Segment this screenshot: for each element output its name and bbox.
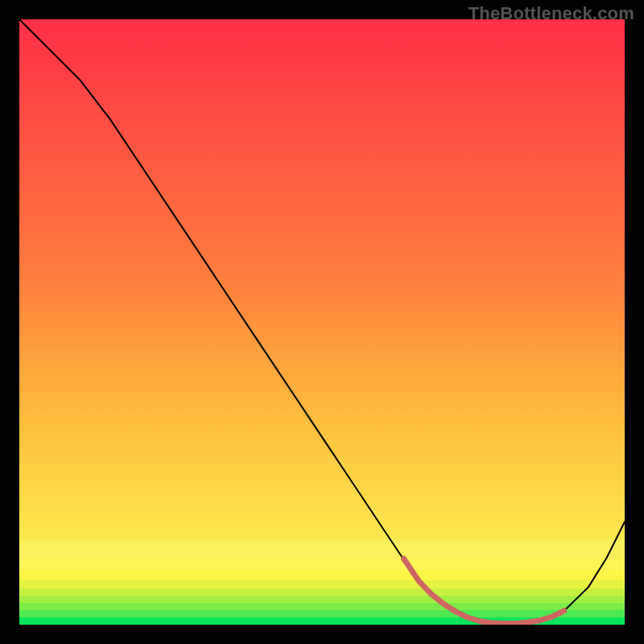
svg-rect-6 (19, 580, 625, 588)
svg-rect-5 (19, 588, 625, 596)
svg-rect-2 (19, 610, 625, 617)
svg-rect-4 (19, 596, 625, 603)
attribution-text: TheBottleneck.com (469, 3, 634, 24)
svg-rect-0 (19, 19, 625, 625)
svg-rect-9 (19, 540, 625, 559)
plot-area (19, 19, 625, 625)
svg-rect-8 (19, 558, 625, 570)
svg-rect-7 (19, 570, 625, 580)
chart-container: TheBottleneck.com (0, 0, 644, 644)
bottleneck-chart (19, 19, 625, 625)
svg-rect-3 (19, 603, 625, 610)
